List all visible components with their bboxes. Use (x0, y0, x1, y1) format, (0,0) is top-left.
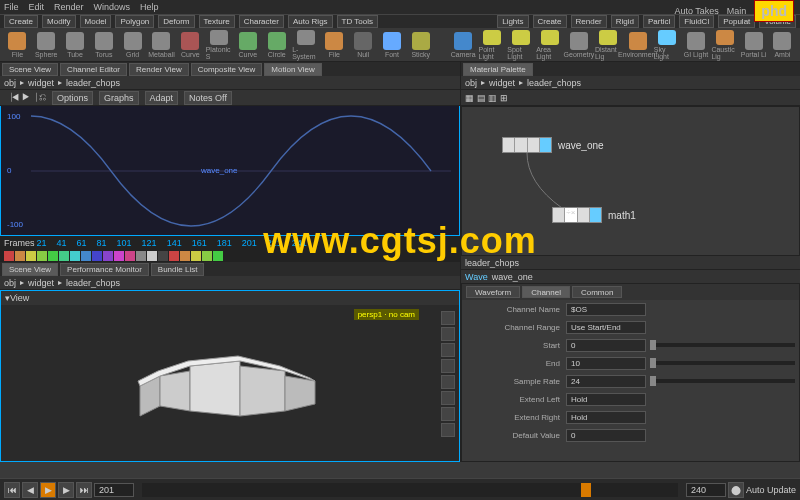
network-view[interactable]: wave_one ÷× math1 (461, 106, 800, 256)
motion-graph[interactable]: 100 0 -100 wave_one (0, 106, 460, 236)
shelf-tab-model[interactable]: Model (80, 15, 112, 28)
tab-composite-view[interactable]: Composite View (191, 63, 263, 76)
menu-render[interactable]: Render (54, 2, 84, 12)
timeline-slider[interactable] (142, 483, 678, 497)
color-swatch[interactable] (202, 251, 212, 261)
shelf-tool-platonic s[interactable]: Platonic S (206, 30, 233, 60)
tab-common[interactable]: Common (572, 286, 622, 298)
field-end[interactable]: 10 (566, 357, 646, 370)
end-frame-field[interactable]: 240 (686, 483, 726, 497)
shelf-tool-null[interactable]: Null (350, 30, 377, 60)
npath-widget[interactable]: widget (489, 78, 515, 88)
shelf-tool-file[interactable]: File (321, 30, 348, 60)
color-swatch[interactable] (92, 251, 102, 261)
color-swatch[interactable] (125, 251, 135, 261)
shelf-tab-render[interactable]: Render (571, 15, 607, 28)
shelf-tab-create2[interactable]: Create (533, 15, 567, 28)
color-swatch[interactable] (180, 251, 190, 261)
color-swatch[interactable] (169, 251, 179, 261)
shelf-tab-modify[interactable]: Modify (42, 15, 76, 28)
view-tool-icon[interactable] (441, 327, 455, 341)
shelf-tab-rigid[interactable]: Rigid (611, 15, 639, 28)
tab-scene-view[interactable]: Scene View (2, 63, 58, 76)
shelf-tool-camera[interactable]: Camera (450, 30, 477, 60)
menu-edit[interactable]: Edit (29, 2, 45, 12)
tab-channel[interactable]: Channel (522, 286, 570, 298)
shelf-tab-tdtools[interactable]: TD Tools (337, 15, 378, 28)
shelf-tool-curve[interactable]: Curve (177, 30, 204, 60)
tab-perf-monitor[interactable]: Performance Monitor (60, 263, 149, 276)
shelf-tool-curve[interactable]: Curve (235, 30, 262, 60)
menu-file[interactable]: File (4, 2, 19, 12)
slider-end[interactable] (650, 361, 795, 365)
npath-leader[interactable]: leader_chops (527, 78, 581, 88)
shelf-tool-geometry[interactable]: Geometry (565, 30, 593, 60)
color-swatch[interactable] (59, 251, 69, 261)
color-swatch[interactable] (103, 251, 113, 261)
shelf-tool-point light[interactable]: Point Light (479, 30, 506, 60)
camera-label[interactable]: persp1 · no cam (354, 309, 419, 320)
color-swatch[interactable] (147, 251, 157, 261)
tab-render-view[interactable]: Render View (129, 63, 189, 76)
shelf-tool-environment[interactable]: Environment (624, 30, 652, 60)
color-swatch[interactable] (213, 251, 223, 261)
last-frame-button[interactable]: ⏭ (76, 482, 92, 498)
view-tool-icon[interactable] (441, 359, 455, 373)
color-swatch[interactable] (26, 251, 36, 261)
shelf-tool-sky light[interactable]: Sky Light (654, 30, 681, 60)
shelf-tool-torus[interactable]: Torus (90, 30, 117, 60)
path-leader[interactable]: leader_chops (66, 78, 120, 88)
shelf-tab-create[interactable]: Create (4, 15, 38, 28)
view-tool-icon[interactable] (441, 391, 455, 405)
view-tool-icon[interactable] (441, 343, 455, 357)
shelf-tab-particl[interactable]: Particl (643, 15, 675, 28)
vpath-obj[interactable]: obj (4, 278, 16, 288)
shelf-tool-area light[interactable]: Area Light (536, 30, 563, 60)
color-swatch[interactable] (37, 251, 47, 261)
shelf-tool-caustic lig[interactable]: Caustic Lig (711, 30, 738, 60)
shelf-tab-deform[interactable]: Deform (158, 15, 194, 28)
field-start[interactable]: 0 (566, 339, 646, 352)
tab-material-palette[interactable]: Material Palette (463, 63, 533, 76)
view-tool-icon[interactable] (441, 407, 455, 421)
shelf-tool-grid[interactable]: Grid (119, 30, 146, 60)
key-button[interactable]: ⬤ (728, 482, 744, 498)
shelf-tool-portal li[interactable]: Portal Li (740, 30, 767, 60)
color-swatch[interactable] (81, 251, 91, 261)
shelf-tool-sticky[interactable]: Sticky (407, 30, 434, 60)
first-frame-button[interactable]: ⏮ (4, 482, 20, 498)
color-swatch[interactable] (191, 251, 201, 261)
npath-obj[interactable]: obj (465, 78, 477, 88)
path-widget[interactable]: widget (28, 78, 54, 88)
view-tool-icon[interactable] (441, 311, 455, 325)
shelf-tab-character[interactable]: Character (239, 15, 284, 28)
shelf-tool-font[interactable]: Font (379, 30, 406, 60)
shelf-tool-circle[interactable]: Circle (263, 30, 290, 60)
shelf-tool-l-system[interactable]: L-System (292, 30, 319, 60)
shelf-tab-texture[interactable]: Texture (199, 15, 235, 28)
field-channel-range[interactable]: Use Start/End (566, 321, 646, 334)
color-swatch[interactable] (114, 251, 124, 261)
shelf-tool-sphere[interactable]: Sphere (33, 30, 60, 60)
tab-motion-view[interactable]: Motion View (264, 63, 321, 76)
vpath-widget[interactable]: widget (28, 278, 54, 288)
shelf-tab-polygon[interactable]: Polygon (115, 15, 154, 28)
vpath-leader[interactable]: leader_chops (66, 278, 120, 288)
view-mode-label[interactable]: View (10, 293, 29, 303)
next-frame-button[interactable]: ▶ (58, 482, 74, 498)
tab-scene-view2[interactable]: Scene View (2, 263, 58, 276)
color-swatch[interactable] (48, 251, 58, 261)
prev-frame-button[interactable]: ◀ (22, 482, 38, 498)
auto-update-label[interactable]: Auto Update (746, 485, 796, 495)
shelf-tool-tube[interactable]: Tube (62, 30, 89, 60)
view-tool-icon[interactable] (441, 423, 455, 437)
color-swatch[interactable] (136, 251, 146, 261)
color-swatch[interactable] (158, 251, 168, 261)
options-dropdown[interactable]: Options (52, 91, 93, 105)
net-tool-icon[interactable]: ▦ ▤ ▥ ⊞ (465, 93, 508, 103)
tab-waveform[interactable]: Waveform (466, 286, 520, 298)
graphs-dropdown[interactable]: Graphs (99, 91, 139, 105)
play-button[interactable]: ▶ (40, 482, 56, 498)
adapt-dropdown[interactable]: Adapt (145, 91, 179, 105)
view-tool-icon[interactable] (441, 375, 455, 389)
